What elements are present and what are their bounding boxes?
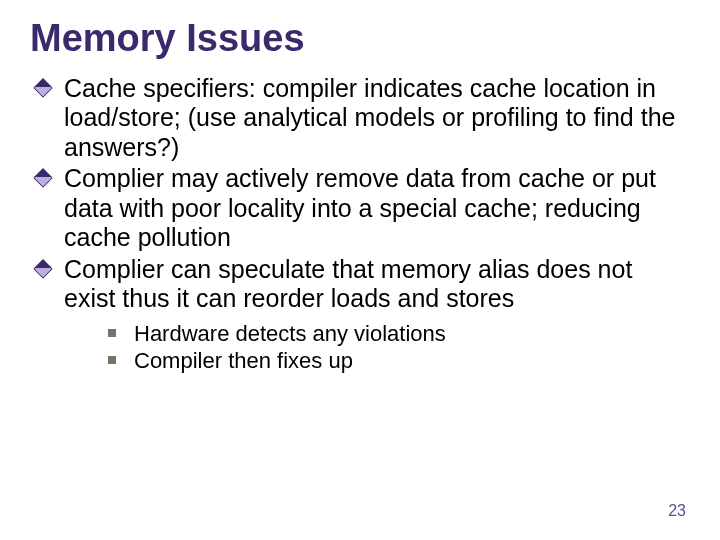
slide: Memory Issues Cache specifiers: compiler… xyxy=(0,0,720,540)
bullet-list-level1: Cache specifiers: compiler indicates cac… xyxy=(36,74,690,314)
list-item-text: Complier can speculate that memory alias… xyxy=(64,255,632,313)
diamond-bullet-icon xyxy=(33,259,53,279)
diamond-bullet-icon xyxy=(33,168,53,188)
list-item-text: Cache specifiers: compiler indicates cac… xyxy=(64,74,675,161)
list-item: Complier may actively remove data from c… xyxy=(36,164,690,253)
slide-title: Memory Issues xyxy=(30,18,690,60)
diamond-bullet-icon xyxy=(33,78,53,98)
bullet-list-level2: Hardware detects any violations Compiler… xyxy=(108,320,690,375)
list-item-text: Compiler then fixes up xyxy=(134,348,353,373)
list-item-text: Complier may actively remove data from c… xyxy=(64,164,656,251)
list-item-text: Hardware detects any violations xyxy=(134,321,446,346)
list-item: Complier can speculate that memory alias… xyxy=(36,255,690,314)
list-item: Hardware detects any violations xyxy=(108,320,690,348)
list-item: Cache specifiers: compiler indicates cac… xyxy=(36,74,690,163)
square-bullet-icon xyxy=(108,329,116,337)
page-number: 23 xyxy=(668,502,686,520)
square-bullet-icon xyxy=(108,356,116,364)
list-item: Compiler then fixes up xyxy=(108,347,690,375)
